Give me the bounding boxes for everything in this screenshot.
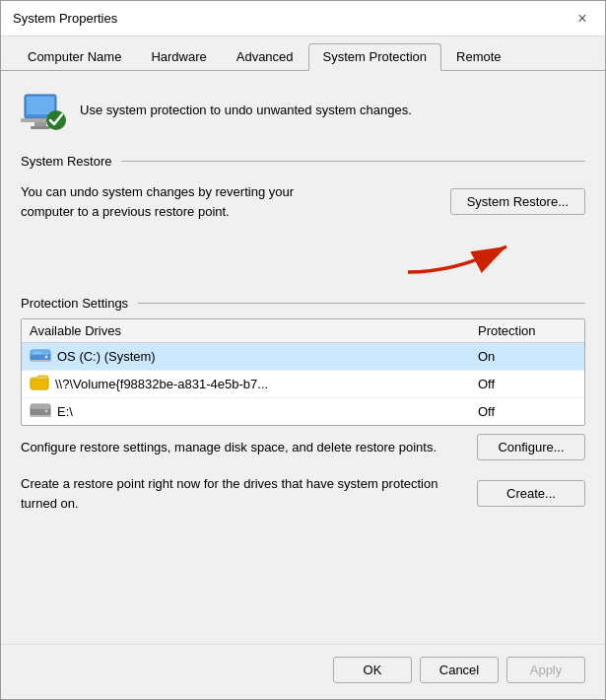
arrow-area (21, 235, 585, 284)
table-row[interactable]: OS (C:) (System) On (22, 343, 584, 371)
system-restore-label: System Restore (21, 154, 585, 169)
svg-rect-3 (34, 122, 46, 126)
svg-point-10 (45, 356, 48, 359)
tab-hardware[interactable]: Hardware (136, 43, 221, 71)
protection-status: Off (478, 404, 576, 419)
configure-row: Configure restore settings, manage disk … (21, 434, 585, 460)
svg-rect-4 (31, 126, 50, 129)
system-restore-description: You can undo system changes by reverting… (21, 182, 316, 221)
bottom-actions: Configure restore settings, manage disk … (21, 434, 585, 513)
cancel-button[interactable]: Cancel (420, 657, 499, 683)
protection-settings-section: Protection Settings Available Drives Pro… (21, 296, 585, 513)
apply-button[interactable]: Apply (506, 657, 585, 683)
drive-cell: \\?\Volume{f98832be-a831-4e5b-b7... (30, 375, 478, 393)
protection-settings-label: Protection Settings (21, 296, 585, 311)
system-protection-icon (21, 87, 68, 134)
svg-rect-1 (27, 97, 54, 114)
tab-computer-name[interactable]: Computer Name (13, 43, 136, 71)
system-restore-section: System Restore You can undo system chang… (21, 154, 585, 284)
table-row[interactable]: E:\ Off (22, 398, 584, 425)
ok-button[interactable]: OK (333, 657, 412, 683)
svg-rect-11 (30, 360, 51, 362)
window-title: System Properties (13, 11, 117, 26)
system-properties-window: System Properties × Computer Name Hardwa… (0, 0, 606, 700)
tabs-bar: Computer Name Hardware Advanced System P… (1, 36, 605, 71)
table-row[interactable]: \\?\Volume{f98832be-a831-4e5b-b7... Off (22, 371, 584, 398)
drives-table-header: Available Drives Protection (22, 319, 584, 343)
folder-icon (30, 375, 49, 393)
close-button[interactable]: × (572, 8, 593, 30)
configure-description: Configure restore settings, manage disk … (21, 438, 467, 457)
header-section: Use system protection to undo unwanted s… (21, 87, 585, 142)
svg-rect-13 (31, 404, 50, 409)
system-restore-button[interactable]: System Restore... (450, 188, 585, 215)
footer: OK Cancel Apply (1, 644, 605, 699)
create-row: Create a restore point right now for the… (21, 474, 585, 513)
create-button[interactable]: Create... (477, 480, 585, 507)
drive-cell: E:\ (30, 402, 478, 421)
create-description: Create a restore point right now for the… (21, 474, 467, 513)
header-description: Use system protection to undo unwanted s… (80, 102, 412, 119)
drive-name: OS (C:) (System) (57, 349, 156, 364)
col-protection: Protection (478, 323, 576, 338)
hdd-icon (30, 347, 51, 366)
tab-system-protection[interactable]: System Protection (308, 43, 442, 71)
drive-cell: OS (C:) (System) (30, 347, 478, 366)
protection-status: Off (478, 377, 576, 391)
tab-remote[interactable]: Remote (441, 43, 516, 71)
col-drives: Available Drives (30, 323, 478, 338)
drive-name: \\?\Volume{f98832be-a831-4e5b-b7... (55, 377, 268, 391)
arrow-icon (378, 235, 556, 279)
configure-button[interactable]: Configure... (477, 434, 585, 460)
drive-name: E:\ (57, 404, 73, 419)
svg-rect-15 (30, 415, 51, 417)
content-area: Use system protection to undo unwanted s… (1, 71, 605, 644)
drives-table: Available Drives Protection (21, 318, 585, 426)
tab-advanced[interactable]: Advanced (222, 43, 308, 71)
title-bar: System Properties × (1, 1, 605, 36)
ext-drive-icon (30, 402, 51, 421)
protection-status: On (478, 349, 576, 364)
svg-point-14 (45, 410, 48, 413)
system-restore-area: You can undo system changes by reverting… (21, 176, 585, 227)
svg-rect-9 (33, 352, 42, 354)
